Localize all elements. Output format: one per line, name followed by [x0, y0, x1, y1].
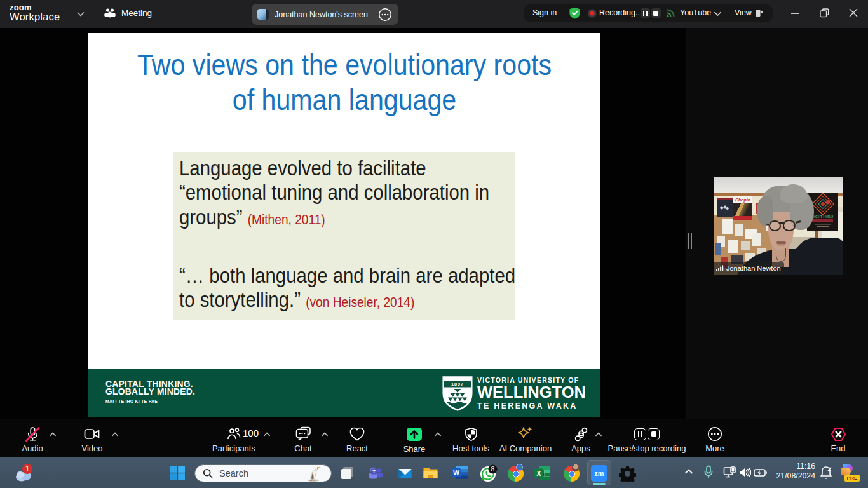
svg-text:NIGHT HUB 2: NIGHT HUB 2	[812, 215, 833, 219]
svg-text:1897: 1897	[451, 381, 464, 386]
